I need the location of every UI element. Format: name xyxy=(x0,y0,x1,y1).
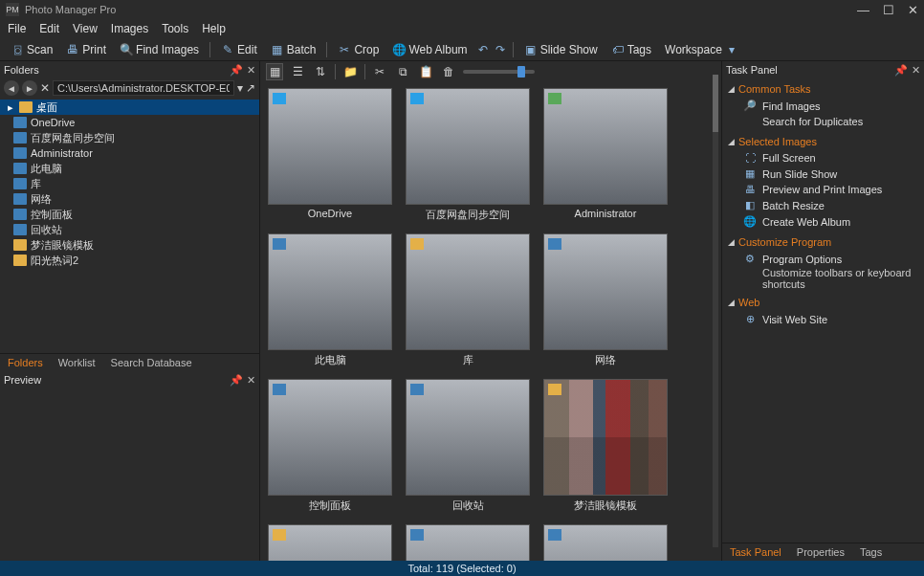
delete-button[interactable]: 🗑 xyxy=(440,63,457,80)
sort-button[interactable]: ⇅ xyxy=(312,63,329,80)
main-toolbar: ⌼Scan 🖶Print 🔍Find Images ✎Edit ▦Batch ✂… xyxy=(0,38,924,61)
tree-item-desktop[interactable]: ▸桌面 xyxy=(0,100,259,115)
menu-file[interactable]: File xyxy=(8,22,26,35)
web-album-button[interactable]: 🌐Web Album xyxy=(389,41,470,58)
menu-view[interactable]: View xyxy=(73,22,98,35)
menu-edit[interactable]: Edit xyxy=(39,22,59,35)
menu-images[interactable]: Images xyxy=(111,22,148,35)
thumbnail-item[interactable] xyxy=(404,524,532,561)
tab-folders[interactable]: Folders xyxy=(0,354,51,371)
folder-type-icon xyxy=(410,529,424,541)
link-full-screen[interactable]: ⛶Full Screen xyxy=(726,150,920,166)
batch-button[interactable]: ▦Batch xyxy=(268,41,319,58)
pin-icon[interactable]: 📌 xyxy=(894,64,908,77)
rotate-right-icon[interactable]: ↷ xyxy=(495,43,505,56)
thumbnail-label: 控制面板 xyxy=(309,496,351,519)
edit-button[interactable]: ✎Edit xyxy=(218,41,260,58)
paste-button[interactable]: 📋 xyxy=(417,63,434,80)
tree-item[interactable]: 百度网盘同步空间 xyxy=(0,130,259,145)
zoom-slider[interactable] xyxy=(463,70,535,74)
tab-properties[interactable]: Properties xyxy=(789,543,852,561)
pin-icon[interactable]: 📌 xyxy=(230,374,243,387)
thumbnail-item[interactable]: 百度网盘同步空间 xyxy=(404,88,532,228)
tree-item[interactable]: 梦洁眼镜模板 xyxy=(0,237,259,253)
nav-close-icon[interactable]: ✕ xyxy=(40,81,50,95)
print-button[interactable]: 🖶Print xyxy=(63,41,109,58)
tab-worklist[interactable]: Worklist xyxy=(51,354,103,371)
thumbnail-item[interactable]: 库 xyxy=(404,233,532,373)
path-dropdown-icon[interactable]: ▾ xyxy=(237,81,243,95)
nav-back-button[interactable]: ◄ xyxy=(4,80,19,96)
toolbar-separator xyxy=(364,64,365,79)
link-find-images[interactable]: 🔎Find Images xyxy=(726,98,920,114)
thumbnail-grid[interactable]: OneDrive百度网盘同步空间Administrator此电脑库网络控制面板回… xyxy=(260,82,721,561)
tab-tags[interactable]: Tags xyxy=(852,543,890,561)
tags-button[interactable]: 🏷Tags xyxy=(608,41,654,58)
tree-item[interactable]: Administrator xyxy=(0,145,259,161)
print-icon: 🖶 xyxy=(66,43,79,56)
thumbnail-item[interactable]: 网络 xyxy=(541,233,670,373)
tree-item[interactable]: 网络 xyxy=(0,191,259,207)
thumbnail-item[interactable] xyxy=(266,524,394,561)
rotate-left-icon[interactable]: ↶ xyxy=(478,43,488,56)
link-create-web-album[interactable]: 🌐Create Web Album xyxy=(726,213,920,230)
tree-item[interactable]: 控制面板 xyxy=(0,207,259,222)
view-thumbnails-button[interactable]: ▦ xyxy=(266,63,283,80)
nav-forward-button[interactable]: ► xyxy=(22,80,37,96)
section-common-tasks[interactable]: ◢Common Tasks xyxy=(726,80,920,98)
path-input[interactable] xyxy=(53,80,234,96)
path-go-icon[interactable]: ↗ xyxy=(246,81,255,95)
section-selected-images[interactable]: ◢Selected Images xyxy=(726,133,920,150)
expand-icon[interactable]: ▸ xyxy=(8,101,15,114)
workspace-dropdown[interactable]: Workspace▾ xyxy=(662,41,741,58)
link-batch-resize[interactable]: ◧Batch Resize xyxy=(726,197,920,213)
link-visit-web-site[interactable]: ⊕Visit Web Site xyxy=(726,311,920,327)
thumbnail-item[interactable]: 此电脑 xyxy=(266,233,394,373)
thumbnail-item[interactable]: 回收站 xyxy=(404,379,532,519)
copy-button[interactable]: ⧉ xyxy=(394,63,411,80)
close-button[interactable]: ✕ xyxy=(908,3,918,17)
slide-show-button[interactable]: ▣Slide Show xyxy=(521,41,601,58)
right-tabs: Task Panel Properties Tags xyxy=(722,543,924,561)
crop-button[interactable]: ✂Crop xyxy=(335,41,382,58)
menu-help[interactable]: Help xyxy=(202,22,226,35)
section-web[interactable]: ◢Web xyxy=(726,294,920,311)
toolbar-separator xyxy=(335,64,336,79)
minimize-button[interactable]: ― xyxy=(857,3,869,17)
thumbnail-item[interactable]: 控制面板 xyxy=(266,379,394,519)
link-preview-print[interactable]: 🖶Preview and Print Images xyxy=(726,182,920,197)
folder-button[interactable]: 📁 xyxy=(341,63,359,80)
link-program-options[interactable]: ⚙Program Options xyxy=(726,251,920,267)
close-panel-icon[interactable]: ✕ xyxy=(912,64,920,77)
thumbnail-item[interactable] xyxy=(541,524,670,561)
pin-icon[interactable]: 📌 xyxy=(230,64,243,77)
link-search-duplicates[interactable]: Search for Duplicates xyxy=(726,114,920,129)
tree-item[interactable]: 回收站 xyxy=(0,222,259,237)
tab-search-database[interactable]: Search Database xyxy=(103,354,200,371)
sub-customize-toolbars[interactable]: Customize toolbars or keyboard shortcuts xyxy=(726,267,920,290)
zoom-slider-thumb[interactable] xyxy=(517,66,525,78)
scan-button[interactable]: ⌼Scan xyxy=(8,41,55,58)
find-images-button[interactable]: 🔍Find Images xyxy=(117,41,202,58)
thumbnail-item[interactable]: OneDrive xyxy=(266,88,394,228)
thumbnail-label: OneDrive xyxy=(308,205,352,225)
thumbnail-item[interactable]: 梦洁眼镜模板 xyxy=(541,379,670,519)
close-panel-icon[interactable]: ✕ xyxy=(247,64,255,77)
tab-task-panel[interactable]: Task Panel xyxy=(722,543,789,561)
maximize-button[interactable]: ☐ xyxy=(883,3,894,17)
tree-item[interactable]: 阳光热词2 xyxy=(0,253,259,268)
tree-item[interactable]: OneDrive xyxy=(0,115,259,130)
section-customize-program[interactable]: ◢Customize Program xyxy=(726,233,920,251)
thumbnail-image xyxy=(268,233,392,350)
close-panel-icon[interactable]: ✕ xyxy=(247,374,255,387)
tree-item[interactable]: 此电脑 xyxy=(0,161,259,176)
tree-item[interactable]: 库 xyxy=(0,176,259,191)
drive-icon xyxy=(13,147,27,159)
view-list-button[interactable]: ☰ xyxy=(289,63,306,80)
link-run-slide-show[interactable]: ▦Run Slide Show xyxy=(726,166,920,182)
vertical-scrollbar[interactable] xyxy=(710,61,721,561)
menu-tools[interactable]: Tools xyxy=(162,22,188,35)
thumbnail-item[interactable]: Administrator xyxy=(541,88,670,228)
folder-type-icon xyxy=(548,93,561,104)
cut-button[interactable]: ✂ xyxy=(371,63,388,80)
